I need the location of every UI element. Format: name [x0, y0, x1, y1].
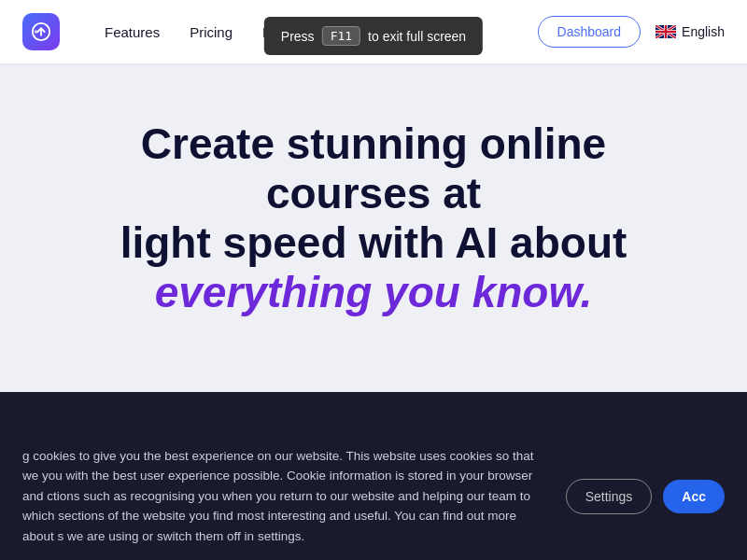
tooltip-prefix: Press	[281, 29, 315, 44]
cookie-actions: Settings Acc	[566, 479, 725, 514]
hero-title-line2: light speed with AI about	[120, 218, 627, 267]
nav-features[interactable]: Features	[105, 24, 160, 40]
logo[interactable]	[22, 13, 60, 50]
fullscreen-tooltip: Press F11 to exit full screen	[264, 17, 483, 55]
tooltip-suffix: to exit full screen	[368, 29, 466, 44]
cookie-banner: g cookies to give you the best experienc…	[0, 424, 747, 560]
uk-flag-icon	[655, 25, 676, 38]
hero-section: Create stunning online courses at light …	[0, 63, 747, 392]
dark-section: g cookies to give you the best experienc…	[0, 392, 747, 560]
language-label: English	[682, 24, 725, 39]
navbar: Features Pricing Blog S... Press F11 to …	[0, 0, 747, 63]
cookie-settings-button[interactable]: Settings	[566, 479, 653, 514]
cookie-text: g cookies to give you the best experienc…	[22, 446, 547, 547]
navbar-actions: Dashboard English	[538, 16, 725, 48]
cookie-accept-button[interactable]: Acc	[663, 480, 725, 513]
hero-title: Create stunning online courses at light …	[56, 119, 691, 317]
nav-pricing[interactable]: Pricing	[190, 24, 233, 40]
language-selector[interactable]: English	[655, 24, 725, 39]
f11-key: F11	[322, 26, 360, 46]
svg-point-1	[35, 30, 38, 34]
logo-icon	[22, 13, 60, 50]
hero-title-line1: Create stunning online courses at	[141, 119, 606, 217]
hero-title-highlight: everything you know.	[155, 268, 593, 316]
dashboard-button[interactable]: Dashboard	[538, 16, 641, 48]
